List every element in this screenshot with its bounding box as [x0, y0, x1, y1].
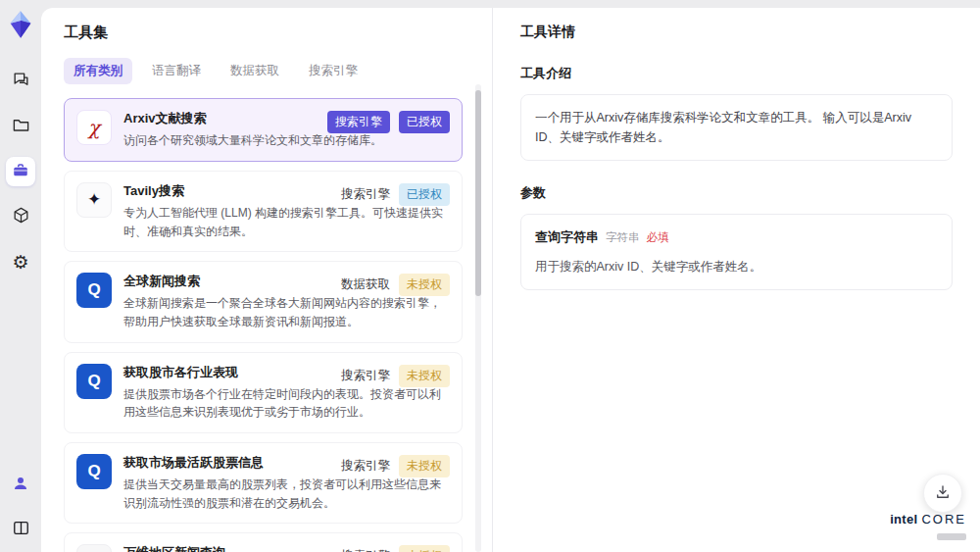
status-badge: 未授权	[399, 365, 450, 387]
tool-card[interactable]: Q 获取股市各行业表现 提供股票市场各个行业在特定时间段内的表现。投资者可以利用…	[64, 352, 463, 433]
tab-0[interactable]: 所有类别	[64, 58, 132, 84]
tool-desc: 提供当天交易量最高的股票列表，投资者可以利用这些信息来识别流动性强的股票和潜在的…	[123, 476, 450, 512]
param-type: 字符串	[606, 228, 640, 246]
news-app-logo-icon: Q	[76, 454, 112, 489]
sidebar-rail: ⚙	[0, 0, 41, 552]
chat-icon	[12, 71, 30, 92]
tool-badges: 搜索引擎 已授权	[327, 111, 450, 133]
intro-heading: 工具介绍	[520, 65, 953, 82]
page-title: 工具集	[64, 24, 463, 42]
download-button[interactable]	[923, 474, 962, 513]
briefcase-icon	[12, 162, 29, 182]
sidebar-item-files[interactable]	[6, 112, 35, 141]
param-desc: 用于搜索的Arxiv ID、关键字或作者姓名。	[535, 257, 938, 276]
tab-3[interactable]: 搜索引擎	[299, 58, 368, 84]
param-name: 查询字符串	[535, 227, 599, 248]
category-label: 搜索引擎	[341, 548, 390, 552]
category-label: 搜索引擎	[341, 458, 390, 475]
brand-intel-text: intel	[890, 512, 917, 527]
status-badge: 已授权	[399, 111, 450, 133]
tool-badges: 搜索引擎 未授权	[341, 455, 450, 477]
tool-desc: 全球新闻搜索是一个聚合全球各大新闻网站内容的搜索引擎，帮助用户快速获取全球最新资…	[123, 294, 450, 330]
newspaper-icon	[76, 544, 112, 552]
folder-icon	[12, 116, 30, 137]
cube-icon	[12, 206, 30, 227]
tool-badges: 搜索引擎 未授权	[341, 365, 450, 387]
sidebar-item-collapse[interactable]	[6, 515, 35, 544]
params-heading: 参数	[520, 184, 953, 202]
sidebar-item-models[interactable]	[6, 202, 35, 231]
sidebar-item-settings[interactable]: ⚙	[6, 247, 35, 276]
arxiv-logo-icon: χ	[76, 110, 112, 145]
param-required-flag: 必填	[647, 228, 669, 246]
intro-text: 一个用于从Arxiv存储库搜索科学论文和文章的工具。 输入可以是Arxiv ID…	[535, 111, 911, 144]
tool-card[interactable]: Q 获取市场最活跃股票信息 提供当天交易量最高的股票列表，投资者可以利用这些信息…	[64, 442, 463, 524]
tool-list-pane: 工具集 所有类别语言翻译数据获取搜索引擎 χ Arxiv文献搜索 访问各个研究领…	[41, 8, 493, 552]
param-box: 查询字符串 字符串 必填 用于搜索的Arxiv ID、关键字或作者姓名。	[520, 214, 953, 290]
gear-icon: ⚙	[12, 253, 28, 272]
intro-box: 一个用于从Arxiv存储库搜索科学论文和文章的工具。 输入可以是Arxiv ID…	[520, 94, 953, 161]
detail-title: 工具详情	[520, 24, 953, 41]
tab-2[interactable]: 数据获取	[220, 58, 289, 84]
news-app-logo-icon: Q	[76, 273, 112, 308]
tab-1[interactable]: 语言翻译	[142, 58, 211, 84]
tool-list: χ Arxiv文献搜索 访问各个研究领域大量科学论文和文章的存储库。 搜索引擎 …	[64, 98, 463, 552]
news-app-logo-icon: Q	[76, 364, 112, 399]
tool-desc: 专为人工智能代理 (LLM) 构建的搜索引擎工具。可快速提供实时、准确和真实的结…	[123, 204, 450, 240]
tool-badges: 搜索引擎 已授权	[341, 183, 450, 206]
scrollbar-thumb[interactable]	[475, 90, 481, 296]
category-badge: 搜索引擎	[327, 111, 390, 133]
user-icon	[12, 475, 29, 495]
category-label: 搜索引擎	[341, 186, 390, 203]
tool-card[interactable]: ✦ Tavily搜索 专为人工智能代理 (LLM) 构建的搜索引擎工具。可快速提…	[64, 171, 463, 252]
status-badge: 未授权	[399, 545, 450, 552]
sidebar-item-account[interactable]	[6, 470, 35, 499]
status-badge: 已授权	[399, 183, 450, 206]
tool-card[interactable]: χ Arxiv文献搜索 访问各个研究领域大量科学论文和文章的存储库。 搜索引擎 …	[64, 98, 463, 162]
panel-icon	[12, 519, 30, 540]
tool-card[interactable]: Q 全球新闻搜索 全球新闻搜索是一个聚合全球各大新闻网站内容的搜索引擎，帮助用户…	[64, 261, 463, 342]
download-icon	[934, 483, 952, 504]
category-label: 数据获取	[341, 276, 390, 293]
status-badge: 未授权	[399, 274, 450, 296]
sidebar-item-chat[interactable]	[6, 67, 35, 96]
sidebar-item-toolbox[interactable]	[6, 157, 35, 186]
content-shell: 工具集 所有类别语言翻译数据获取搜索引擎 χ Arxiv文献搜索 访问各个研究领…	[41, 8, 980, 552]
tool-badges: 数据获取 未授权	[341, 274, 450, 296]
brand-core-text: CORE	[921, 512, 966, 527]
category-tabs: 所有类别语言翻译数据获取搜索引擎	[64, 58, 463, 84]
tool-detail-pane: 工具详情 工具介绍 一个用于从Arxiv存储库搜索科学论文和文章的工具。 输入可…	[493, 8, 980, 552]
app-logo-icon	[7, 10, 34, 39]
intel-core-sub-badge	[937, 533, 966, 540]
tool-desc: 提供股票市场各个行业在特定时间段内的表现。投资者可以利用这些信息来识别表现优于或…	[123, 385, 450, 422]
status-badge: 未授权	[399, 455, 450, 477]
tool-badges: 搜索引擎 未授权	[341, 545, 450, 552]
category-label: 搜索引擎	[341, 368, 390, 384]
param-header: 查询字符串 字符串 必填	[535, 227, 938, 248]
sparkle-icon: ✦	[76, 182, 112, 218]
tool-card[interactable]: 万维地区新闻查询 查询具体行政区划内的新闻，快速了解各地新闻动 搜索引擎 未授权	[64, 532, 463, 552]
tool-desc: 访问各个研究领域大量科学论文和文章的存储库。	[123, 131, 450, 150]
intel-core-logo: intelCORE	[890, 512, 966, 544]
